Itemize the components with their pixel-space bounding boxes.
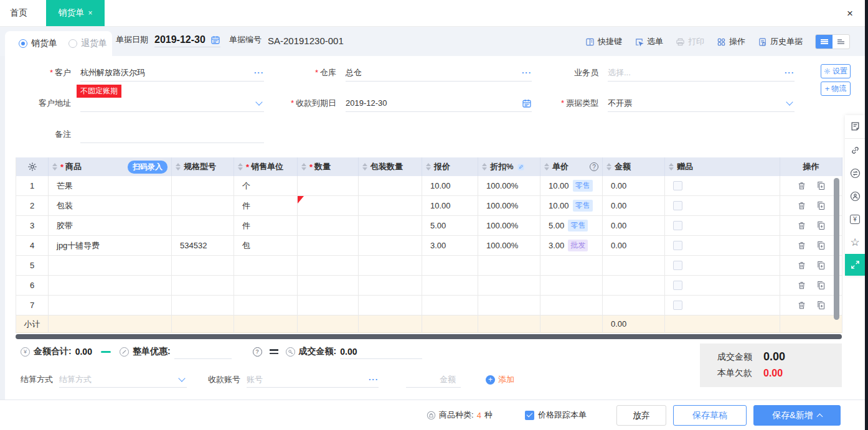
- history-doc-icon: [758, 37, 767, 47]
- deal-amount-field[interactable]: 0.00: [340, 344, 422, 359]
- save-draft-button[interactable]: 保存草稿: [673, 405, 747, 426]
- product-cell[interactable]: 胶带: [49, 216, 172, 236]
- tab-sales-order[interactable]: 销货单 ×: [46, 0, 105, 26]
- chevron-down-icon[interactable]: [255, 98, 262, 105]
- header-amount[interactable]: 金额: [603, 157, 665, 176]
- product-cell[interactable]: 芒果: [49, 176, 172, 196]
- operations-button[interactable]: 操作: [717, 36, 745, 47]
- gift-checkbox[interactable]: [673, 201, 682, 210]
- warehouse-more-icon[interactable]: ···: [522, 68, 532, 77]
- logistics-button[interactable]: + 物流: [821, 82, 851, 96]
- doc-note-button[interactable]: [845, 115, 865, 138]
- help-icon[interactable]: ?: [253, 347, 262, 357]
- transfer-button[interactable]: [845, 162, 865, 185]
- radio-selected-icon: [19, 39, 27, 48]
- salesman-input[interactable]: [608, 68, 785, 77]
- delete-row-icon[interactable]: [797, 201, 806, 210]
- vertical-scrollbar[interactable]: [834, 178, 839, 320]
- print-button[interactable]: 打印: [676, 36, 704, 47]
- chevron-down-icon[interactable]: [178, 375, 185, 381]
- return-order-radio[interactable]: 退货单: [68, 38, 107, 49]
- scan-entry-button[interactable]: 扫码录入: [128, 161, 167, 174]
- copy-row-icon[interactable]: [816, 261, 826, 270]
- gift-checkbox[interactable]: [673, 261, 682, 270]
- calendar-icon[interactable]: [522, 98, 532, 108]
- gift-checkbox[interactable]: [673, 241, 682, 250]
- delete-row-icon[interactable]: [797, 281, 806, 290]
- customer-more-icon[interactable]: ···: [254, 68, 264, 77]
- select-order-button[interactable]: 选单: [634, 36, 663, 47]
- expand-button[interactable]: [845, 254, 865, 276]
- calendar-icon[interactable]: [210, 35, 220, 45]
- copy-row-icon[interactable]: [816, 301, 826, 310]
- header-discount[interactable]: 折扣%: [478, 157, 540, 176]
- tab-home[interactable]: 首页: [0, 0, 37, 26]
- salesman-more-icon[interactable]: ···: [785, 68, 795, 77]
- price-help-icon[interactable]: ?: [590, 162, 598, 171]
- warehouse-input[interactable]: [346, 68, 522, 77]
- copy-row-icon[interactable]: [816, 281, 826, 290]
- history-docs-button[interactable]: 历史单据: [758, 36, 803, 47]
- add-settlement-button[interactable]: + 添加: [486, 374, 514, 385]
- window-close-icon[interactable]: ×: [842, 6, 857, 21]
- shortcut-keys-button[interactable]: 快捷键: [585, 36, 622, 47]
- money-box-button[interactable]: ¥: [845, 208, 865, 231]
- gift-checkbox[interactable]: [673, 181, 682, 190]
- customer-input[interactable]: [80, 68, 254, 77]
- settings-button[interactable]: 设置: [821, 64, 851, 78]
- sort-icon: [52, 163, 57, 171]
- delete-row-icon[interactable]: [797, 241, 806, 250]
- account-more-icon[interactable]: ···: [369, 375, 379, 384]
- due-date-input[interactable]: [346, 98, 522, 108]
- header-spec[interactable]: 规格型号: [172, 157, 234, 176]
- gift-checkbox[interactable]: [673, 221, 682, 230]
- copy-row-icon[interactable]: [816, 201, 826, 210]
- remark-input[interactable]: [80, 129, 264, 139]
- doc-date-input[interactable]: 2019-12-30: [154, 34, 220, 47]
- link-icon: [850, 145, 861, 156]
- list-view-button[interactable]: [816, 35, 833, 49]
- close-tab-icon[interactable]: ×: [88, 9, 92, 17]
- column-settings-button[interactable]: [16, 157, 49, 176]
- invoice-type-input[interactable]: [608, 98, 785, 108]
- sort-icon: [482, 163, 487, 171]
- product-cell[interactable]: 包装: [49, 196, 172, 216]
- customer-history-button[interactable]: [845, 185, 865, 208]
- copy-row-icon[interactable]: [816, 181, 826, 190]
- header-quote[interactable]: 报价: [422, 157, 478, 176]
- order-discount-input[interactable]: [174, 344, 232, 359]
- gift-checkbox[interactable]: [673, 281, 682, 290]
- cancel-button[interactable]: 放弃: [616, 405, 666, 426]
- card-view-icon: [837, 39, 844, 45]
- delete-row-icon[interactable]: [797, 261, 806, 270]
- header-qty[interactable]: *数量: [298, 157, 359, 176]
- product-cell[interactable]: jpg十辅导费: [49, 236, 172, 256]
- copy-row-icon[interactable]: [816, 221, 826, 230]
- gift-checkbox[interactable]: [673, 301, 682, 310]
- sale-order-radio[interactable]: 销货单: [19, 38, 57, 49]
- price-track-toggle[interactable]: 价格跟踪本单: [525, 409, 587, 421]
- favorite-button[interactable]: ☆: [845, 231, 865, 254]
- price-type-tag: 零售: [573, 180, 593, 192]
- horizontal-scrollbar[interactable]: [16, 334, 842, 339]
- header-pkg-qty[interactable]: 包装数量: [359, 157, 422, 176]
- copy-row-icon[interactable]: [816, 241, 826, 250]
- link-button[interactable]: [845, 139, 865, 162]
- receive-account-input[interactable]: [247, 375, 369, 384]
- card-view-button[interactable]: [833, 35, 849, 49]
- header-gift[interactable]: 赠品: [665, 157, 780, 176]
- delete-row-icon[interactable]: [797, 181, 806, 190]
- edit-discount-icon[interactable]: [517, 163, 525, 171]
- settle-method-input[interactable]: [59, 375, 177, 384]
- settle-amount-input[interactable]: [406, 375, 461, 384]
- chevron-down-icon[interactable]: [786, 98, 793, 105]
- delete-row-icon[interactable]: [797, 301, 806, 310]
- header-unit[interactable]: *销售单位: [234, 157, 298, 176]
- customer-address-input[interactable]: [80, 98, 254, 108]
- sort-icon: [176, 163, 181, 171]
- header-price[interactable]: 单价 ?: [540, 157, 603, 176]
- header-product[interactable]: *商品 扫码录入: [49, 157, 172, 176]
- save-and-new-button[interactable]: 保存&新增: [753, 405, 841, 426]
- checked-checkbox-icon: [525, 411, 534, 420]
- delete-row-icon[interactable]: [797, 221, 806, 230]
